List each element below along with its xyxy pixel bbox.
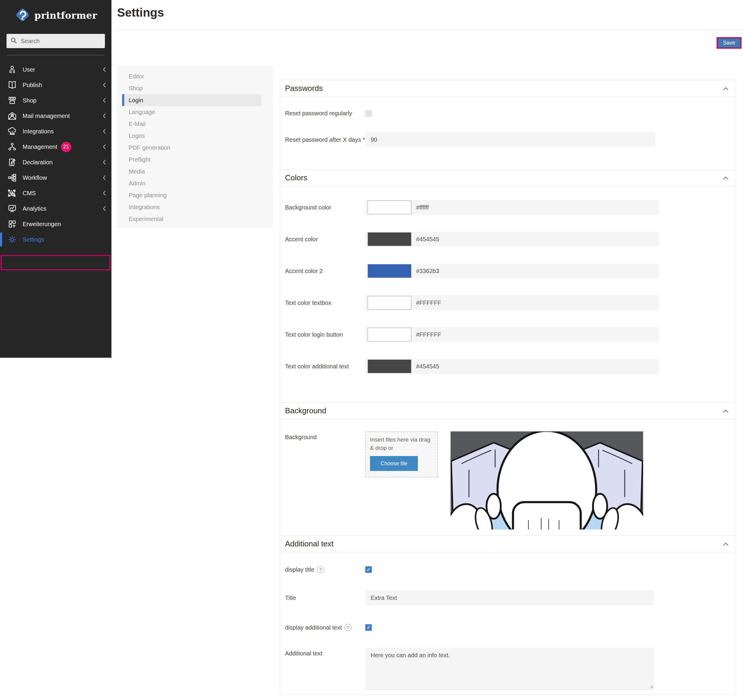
save-button[interactable]: Save [718,38,740,47]
sidebar-item-label: Management [22,144,57,150]
sidebar-item-erweiterungen[interactable]: Erweiterungen [0,216,111,232]
field-text-color-additional-text: Text color additional text #454545 [280,359,736,374]
section-background-header: Background [280,403,736,419]
color-field: #3362b3 [365,263,659,278]
section-additional-text: Additional text display title ? ✓ Title … [280,536,736,695]
display-title-checkbox[interactable]: ✓ [365,566,372,573]
sidebar-item-publish[interactable]: Publish [0,77,111,93]
chevron-left-icon[interactable] [102,66,107,73]
field-label: Title [285,595,365,601]
chevron-left-icon[interactable] [102,97,107,104]
color-swatch[interactable] [368,360,411,373]
section-background: Background Background Insert files here … [280,402,736,536]
subnav-item-email[interactable]: E-Mail [122,118,273,130]
collapse-chevron-up-icon[interactable] [722,408,729,413]
document-pencil-icon [6,157,18,168]
additional-text-area-wrap: Here you can add an info text. [365,648,654,691]
subnav-item-shop[interactable]: Shop [122,82,273,94]
subnav-item-page-planning[interactable]: Page planning [122,189,273,201]
sidebar-search[interactable] [6,34,105,48]
sidebar-item-shop[interactable]: Shop [0,93,111,108]
field-label-text: display title [285,566,314,573]
file-dropzone[interactable]: Insert files here via drag & drop or Cho… [365,431,438,478]
subnav-item-preflight[interactable]: Preflight [122,154,273,166]
chevron-left-icon[interactable] [102,128,107,135]
sidebar-item-user[interactable]: User [0,62,111,77]
sidebar-item-label: CMS [22,190,36,197]
field-display-title: display title ? ✓ [280,566,736,573]
subnav-item-language[interactable]: Language [122,106,273,118]
sidebar-item-settings[interactable]: Settings [0,232,111,247]
sidebar-item-label: Analytics [22,205,46,212]
collapse-chevron-up-icon[interactable] [722,86,729,91]
brand-logo[interactable]: printformer [0,0,111,26]
collapse-chevron-up-icon[interactable] [722,176,729,181]
field-background-image: Background Insert files here via drag & … [280,431,736,530]
chevron-left-icon[interactable] [102,175,107,181]
help-icon[interactable]: ? [345,624,352,631]
section-title: Colors [285,173,307,182]
field-background-color: Background color #ffffff [280,200,736,215]
subnav-item-login[interactable]: Login [122,94,261,106]
subnav-item-media[interactable]: Media [122,166,273,178]
color-swatch[interactable] [368,264,411,278]
sidebar-item-cms[interactable]: CMS [0,185,111,201]
sidebar-item-mail-management[interactable]: Mail management [0,108,111,124]
sidebar-item-integrations[interactable]: Integrations [0,124,111,139]
choose-file-button[interactable]: Choose file [370,456,418,471]
sidebar-item-label: Shop [22,97,37,104]
background-preview-image [451,431,643,530]
cloud-network-icon [6,126,18,137]
subnav-item-editor[interactable]: Editor [122,70,273,82]
field-label: Accent color 2 [285,268,365,275]
section-passwords-header: Passwords [280,80,736,97]
collapse-chevron-up-icon[interactable] [722,542,729,546]
sidebar-item-workflow[interactable]: Workflow [0,170,111,185]
chevron-left-icon[interactable] [102,159,107,166]
color-hex-value: #3362b3 [416,268,439,275]
color-swatch[interactable] [368,328,411,341]
sidebar-nav: User Publish Shop Mail management [0,55,111,247]
app-root: { "brand": { "name": "printformer" }, "s… [0,0,743,700]
chevron-left-icon[interactable] [102,82,107,88]
field-label-text: display additional text [285,624,342,631]
title-input[interactable] [365,590,654,605]
color-swatch[interactable] [368,232,411,246]
reset-password-regularly-checkbox[interactable] [365,110,372,117]
field-text-color-login-button: Text color login button #FFFFFF [280,327,736,342]
chevron-left-icon[interactable] [102,190,107,196]
brand-name: printformer [34,10,97,21]
help-icon[interactable]: ? [317,566,324,573]
subnav-item-pdf-generation[interactable]: PDF generation [122,142,273,154]
sidebar-item-declaration[interactable]: Declaration [0,154,111,170]
color-swatch[interactable] [368,296,411,309]
analytics-chart-icon [6,203,18,214]
display-additional-text-checkbox[interactable]: ✓ [365,624,372,631]
user-icon [6,64,18,75]
sidebar-item-label: User [22,66,35,73]
chevron-left-icon[interactable] [102,205,107,212]
color-swatch[interactable] [368,201,411,214]
sidebar-item-analytics[interactable]: Analytics [0,201,111,216]
chevron-left-icon[interactable] [102,112,107,119]
field-label: Accent color [285,236,365,243]
section-colors-header: Colors [280,170,736,186]
chevron-left-icon[interactable] [102,144,107,150]
color-hex-value: #ffffff [416,204,429,211]
subnav-item-integrations[interactable]: Integrations [122,201,273,213]
search-input[interactable] [21,38,101,44]
mail-icon [6,110,18,121]
subnav-item-experimental[interactable]: Experimental [122,213,273,225]
workflow-icon [6,172,18,184]
subnav-item-admin[interactable]: Admin [122,178,273,189]
page-title: Settings [117,6,164,19]
sidebar-item-management[interactable]: Management 21 [0,139,111,154]
subnav-item-logos[interactable]: Logos [122,130,273,142]
reset-password-days-input[interactable] [365,132,655,147]
additional-text-area[interactable]: Here you can add an info text. [365,648,654,691]
field-label: Text color additional text [285,363,365,370]
dropzone-text: Insert files here via drag & drop or [370,435,433,452]
resize-handle-icon[interactable] [649,684,653,690]
section-colors: Colors Background color #ffffff Accent c… [280,169,736,402]
sidebar-item-label: Publish [22,82,42,89]
